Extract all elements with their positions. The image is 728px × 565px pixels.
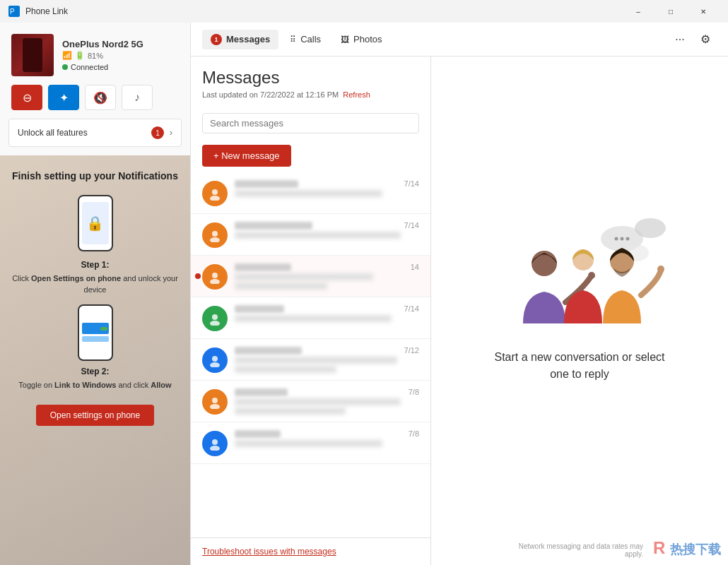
message-preview-2 xyxy=(235,282,327,290)
main-panel: 1 Messages ⠿ Calls 🖼 Photos ··· ⚙ Messag… xyxy=(191,23,728,565)
phone-screen-1: 🔒 xyxy=(82,202,109,244)
more-options-button[interactable]: ··· xyxy=(669,28,691,51)
message-preview xyxy=(235,273,373,280)
message-date: 7/14 xyxy=(404,179,419,188)
message-top: 7/14 xyxy=(235,179,419,188)
message-date: 14 xyxy=(411,263,419,271)
search-box xyxy=(202,113,419,133)
svg-point-17 xyxy=(635,218,666,238)
message-content: 7/14 xyxy=(235,304,419,322)
message-content: 14 xyxy=(235,263,419,290)
notification-setup: Finish setting up your Notifications 🔒 S… xyxy=(11,170,179,426)
maximize-button[interactable]: □ xyxy=(654,0,687,23)
contact-name xyxy=(235,347,302,355)
content-area: Messages Last updated on 7/22/2022 at 12… xyxy=(191,56,728,565)
avatar xyxy=(202,181,228,206)
message-preview xyxy=(235,190,382,197)
connected-label: Connected xyxy=(71,63,108,71)
contact-name xyxy=(235,305,284,313)
tab-messages[interactable]: 1 Messages xyxy=(202,30,278,49)
last-updated-text: Last updated on 7/22/2022 at 12:16 PM xyxy=(202,90,339,99)
connected-dot xyxy=(62,64,68,70)
do-not-disturb-button[interactable]: ⊖ xyxy=(11,85,42,110)
avatar xyxy=(202,389,228,415)
message-item[interactable]: 7/12 xyxy=(191,339,430,381)
message-preview xyxy=(235,357,397,364)
minimize-button[interactable]: – xyxy=(622,0,654,23)
contact-name xyxy=(235,388,288,396)
troubleshoot-link[interactable]: Troubleshoot issues with messages xyxy=(191,537,430,565)
message-date: 7/14 xyxy=(404,221,419,230)
step1-text: Click Open Settings on phone and unlock … xyxy=(11,273,179,296)
device-name: OnePlus Nord2 5G xyxy=(62,39,179,49)
settings-button[interactable]: ⚙ xyxy=(694,28,717,51)
avatar xyxy=(202,222,228,248)
svg-point-21 xyxy=(626,237,630,241)
message-list: 7/14 7/14 xyxy=(191,172,430,537)
message-content: 7/8 xyxy=(235,429,419,447)
titlebar: P Phone Link – □ ✕ xyxy=(0,0,728,23)
message-top: 7/14 xyxy=(235,221,419,230)
message-preview-2 xyxy=(235,366,336,373)
watermark-text: R 热搜下载 xyxy=(653,538,721,558)
empty-state: Start a new conversation or select one t… xyxy=(481,210,679,383)
svg-point-20 xyxy=(621,237,624,241)
svg-point-3 xyxy=(210,196,220,201)
tab-photos[interactable]: 🖼 Photos xyxy=(332,30,390,49)
messages-tab-label: Messages xyxy=(226,34,270,44)
music-button[interactable]: ♪ xyxy=(122,85,153,110)
search-input[interactable] xyxy=(202,113,419,133)
people-illustration xyxy=(481,210,679,338)
message-top: 7/12 xyxy=(235,346,419,355)
bluetooth-button[interactable]: ✦ xyxy=(48,85,79,110)
message-content: 7/14 xyxy=(235,221,419,239)
calls-grid-icon: ⠿ xyxy=(290,35,296,44)
battery-percentage: 81% xyxy=(88,52,103,60)
svg-point-8 xyxy=(212,314,218,320)
unread-indicator xyxy=(195,273,201,279)
message-item[interactable]: 14 xyxy=(191,256,430,297)
svg-point-9 xyxy=(210,321,220,326)
message-item[interactable]: 7/14 xyxy=(191,172,430,214)
message-date: 7/8 xyxy=(409,429,419,438)
svg-point-19 xyxy=(615,237,618,241)
refresh-link[interactable]: Refresh xyxy=(343,90,370,99)
contact-name xyxy=(235,222,312,230)
unlock-features-banner[interactable]: Unlock all features 1 › xyxy=(8,119,182,147)
message-content: 7/14 xyxy=(235,179,419,197)
device-avatar xyxy=(11,34,54,76)
message-item[interactable]: 7/8 xyxy=(191,381,430,422)
message-preview xyxy=(235,398,401,405)
contact-name xyxy=(235,263,291,271)
svg-text:P: P xyxy=(10,8,15,16)
conversation-area: Start a new conversation or select one t… xyxy=(431,56,728,565)
connection-status: Connected xyxy=(62,63,179,71)
message-item[interactable]: 7/14 xyxy=(191,297,430,339)
message-item[interactable]: 7/8 xyxy=(191,422,430,464)
avatar xyxy=(202,306,228,331)
action-buttons: ⊖ ✦ 🔇 ♪ xyxy=(0,85,190,119)
close-button[interactable]: ✕ xyxy=(687,0,720,23)
open-settings-button[interactable]: Open settings on phone xyxy=(36,405,154,426)
message-item[interactable]: 7/14 xyxy=(191,214,430,256)
tab-calls[interactable]: ⠿ Calls xyxy=(281,30,329,49)
app-title: Phone Link xyxy=(25,6,622,16)
phone-illustration-step2 xyxy=(78,304,113,361)
message-date: 7/14 xyxy=(404,304,419,313)
empty-state-text: Start a new conversation or select one t… xyxy=(488,349,671,383)
message-content: 7/8 xyxy=(235,388,419,415)
new-message-button[interactable]: + New message xyxy=(202,145,291,167)
step1-title: Step 1: xyxy=(11,260,179,270)
avatar xyxy=(202,431,228,456)
unlock-text: Unlock all features xyxy=(18,128,151,138)
window-controls: – □ ✕ xyxy=(622,0,720,23)
toggle-on-icon xyxy=(100,327,107,331)
phone-illustration-step1: 🔒 xyxy=(78,195,113,251)
avatar xyxy=(202,347,228,373)
message-date: 7/12 xyxy=(404,346,419,355)
device-details: OnePlus Nord2 5G 📶 🔋 81% Connected xyxy=(62,39,179,71)
volume-button[interactable]: 🔇 xyxy=(85,85,116,110)
contact-name xyxy=(235,430,281,438)
battery-icon: 🔋 xyxy=(75,51,85,60)
svg-point-5 xyxy=(210,237,220,242)
